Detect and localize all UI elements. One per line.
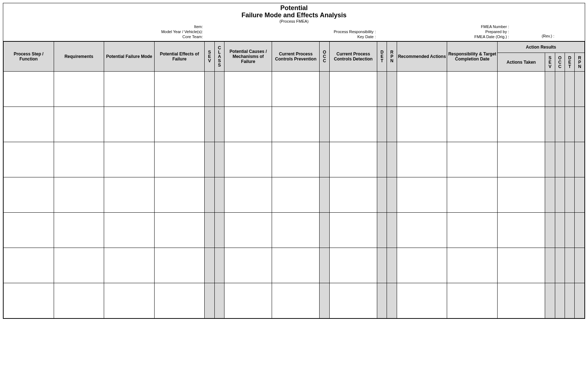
hdr-detection: Current Process Controls Detection: [329, 41, 377, 72]
hdr-responsibility: Responsibility & Target Completion Date: [447, 41, 498, 72]
meta-key-date: Key Date :: [205, 34, 378, 39]
hdr-occ-text: O C C: [323, 50, 326, 63]
hdr-requirements: Requirements: [54, 41, 104, 72]
meta-rev: (Rev.) :: [511, 24, 585, 39]
hdr-action-results: Action Results: [498, 41, 585, 53]
hdr-ar-rpn-text: R P N: [578, 55, 581, 69]
hdr-class-text: C L A S S: [218, 45, 221, 68]
fmea-form: Potential Failure Mode and Effects Analy…: [3, 3, 585, 319]
meta-col-left: Item: Model Year / Vehicle(s): Core Team…: [3, 24, 205, 40]
hdr-prevention: Current Process Controls Prevention: [272, 41, 320, 72]
title-line3: (Process FMEA): [3, 19, 585, 23]
table-row: [4, 142, 585, 177]
hdr-ar-rpn: R P N: [575, 53, 585, 72]
table-row: [4, 248, 585, 283]
table-row: [4, 283, 585, 318]
hdr-sev: S E V: [205, 41, 214, 72]
hdr-ar-sev-text: S E V: [548, 55, 551, 69]
hdr-occ: O C C: [320, 41, 329, 72]
hdr-class: C L A S S: [214, 41, 224, 72]
hdr-recommended: Recommended Actions: [397, 41, 447, 72]
meta-fmea-date: FMEA Date (Orig.) :: [378, 34, 511, 39]
hdr-actions-taken: Actions Taken: [498, 53, 545, 72]
fmea-table: Process Step / Function Requirements Pot…: [3, 41, 585, 319]
hdr-ar-occ-text: O C C: [558, 55, 561, 69]
meta-core-team: Core Team:: [3, 34, 205, 39]
meta-process-resp: Process Responsibility :: [205, 29, 378, 34]
hdr-failure-mode: Potential Failure Mode: [104, 41, 155, 72]
hdr-rpn: R P N: [387, 41, 397, 72]
title-block: Potential Failure Mode and Effects Analy…: [3, 3, 585, 23]
fmea-table-body: [4, 72, 585, 318]
meta-prepared-by: Prepared by :: [378, 29, 511, 34]
title-line1: Potential: [3, 5, 585, 12]
table-row: [4, 72, 585, 107]
meta-model-year: Model Year / Vehicle(s):: [3, 29, 205, 34]
table-row: [4, 213, 585, 248]
hdr-ar-occ: O C C: [555, 53, 565, 72]
hdr-causes: Potential Causes / Mechanisms of Failure: [224, 41, 272, 72]
title-line2: Failure Mode and Effects Analysis: [3, 12, 585, 19]
hdr-process-step: Process Step / Function: [4, 41, 54, 72]
hdr-det-text: D E T: [380, 50, 384, 63]
hdr-ar-sev: S E V: [545, 53, 555, 72]
meta-fmea-number: FMEA Number :: [378, 24, 511, 29]
hdr-effects: Potential Effects of Failure: [154, 41, 205, 72]
hdr-ar-det-text: D E T: [568, 55, 571, 69]
table-row: [4, 107, 585, 142]
meta-col-mid: Process Responsibility : Key Date :: [205, 24, 378, 40]
meta-row: Item: Model Year / Vehicle(s): Core Team…: [3, 24, 585, 41]
meta-col-right: FMEA Number : Prepared by : FMEA Date (O…: [378, 24, 511, 40]
hdr-ar-det: D E T: [565, 53, 575, 72]
hdr-rpn-text: R P N: [390, 50, 393, 63]
table-row: [4, 177, 585, 213]
meta-col-rev: (Rev.) :: [511, 24, 585, 40]
meta-item: Item:: [3, 24, 205, 29]
hdr-det: D E T: [377, 41, 387, 72]
hdr-sev-text: S E V: [208, 50, 211, 63]
